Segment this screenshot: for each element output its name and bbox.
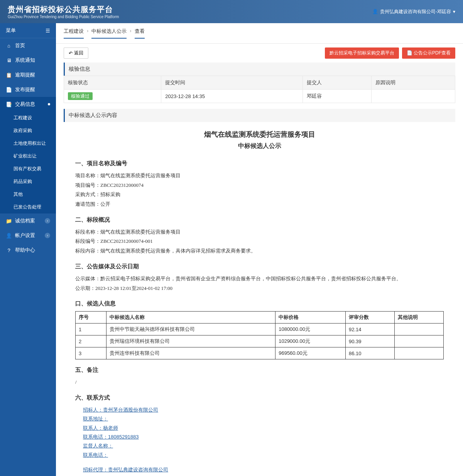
user-icon: 👤 bbox=[6, 232, 12, 239]
sidebar-sub-drug[interactable]: 药品采购 bbox=[0, 175, 56, 188]
section-2-title: 二、标段概况 bbox=[75, 216, 444, 224]
pdf-view-button[interactable]: 📄 公告公示PDF查看 bbox=[402, 47, 455, 59]
doc-subtitle: 中标候选人公示 bbox=[75, 142, 444, 150]
section-4-title: 口、候选人信息 bbox=[75, 300, 444, 307]
table-row: 1贵州中节能天融兴德环保科技有限公司1080000.00元92.14 bbox=[76, 324, 444, 335]
menu-toggle-icon[interactable]: ☰ bbox=[46, 28, 50, 34]
section-1-title: 一、项目名称及编号 bbox=[75, 160, 444, 167]
section-3-title: 三、公告媒体及公示日期 bbox=[75, 263, 444, 270]
doc-title: 烟气在线监测系统委托运营服务项目 bbox=[75, 130, 444, 139]
sidebar-item-notice[interactable]: 🖥系统通知 bbox=[0, 53, 56, 68]
verify-table: 核验状态 提交时间 提交人 原因说明 核验通过 2023-12-28 14:35… bbox=[64, 76, 455, 103]
table-row: 核验通过 2023-12-28 14:35 邓廷容 bbox=[64, 90, 455, 103]
back-button[interactable]: ↶返回 bbox=[64, 47, 88, 59]
user-icon: 👤 bbox=[372, 9, 378, 14]
section-6-title: 六、联系方式 bbox=[75, 394, 444, 401]
sidebar-sub-construction[interactable]: 工程建设 bbox=[0, 112, 56, 124]
main-content: 工程建设 › 中标候选人公示 › 查看 ↶返回 黔云招采电子招标采购交易平台 📄… bbox=[56, 23, 463, 476]
sidebar-item-credit[interactable]: 📁诚信档案› bbox=[0, 213, 56, 228]
sidebar-item-trade[interactable]: 📑交易信息 bbox=[0, 97, 56, 112]
content-section-title: 中标候选人公示内容 bbox=[64, 109, 455, 122]
section-5-title: 五、备注 bbox=[75, 366, 444, 374]
sidebar-menu-header: 菜单 ☰ bbox=[0, 23, 56, 38]
th-status: 核验状态 bbox=[64, 76, 161, 90]
sidebar-sub-mining[interactable]: 矿业权出让 bbox=[0, 150, 56, 163]
sidebar-sub-other[interactable]: 其他 bbox=[0, 188, 56, 201]
folder-icon: 📁 bbox=[6, 218, 12, 224]
sidebar-sub-published[interactable]: 已发公告处理 bbox=[0, 201, 56, 213]
status-badge: 核验通过 bbox=[68, 92, 93, 100]
platform-link-button[interactable]: 黔云招采电子招标采购交易平台 bbox=[325, 47, 399, 59]
home-icon: ⌂ bbox=[6, 42, 12, 49]
chevron-icon: › bbox=[45, 218, 50, 224]
sidebar-sub-gov[interactable]: 政府采购 bbox=[0, 124, 56, 137]
dropdown-icon: ▾ bbox=[453, 9, 455, 14]
sidebar-item-help[interactable]: ?帮助中心 bbox=[0, 243, 56, 257]
clock-icon: 📋 bbox=[6, 72, 12, 78]
app-title: 贵州省招标投标公共服务平台 bbox=[8, 4, 119, 15]
toolbar: ↶返回 黔云招采电子招标采购交易平台 📄 公告公示PDF查看 bbox=[56, 44, 463, 63]
verify-section-title: 核验信息 bbox=[64, 63, 455, 76]
user-info[interactable]: 👤 贵州弘典建设咨询有限公司-邓廷容 ▾ bbox=[372, 8, 455, 15]
agent-contact: 招标代理：贵州弘典建设咨询有限公司 联系地址：贵州省贵阳市观山湖区金阳南路6号（… bbox=[83, 465, 444, 476]
sidebar: 菜单 ☰ ⌂首页 🖥系统通知 📋逾期提醒 📄发布提醒 📑交易信息 工程建设 政府… bbox=[0, 23, 56, 476]
doc-icon: 📄 bbox=[6, 86, 12, 93]
th-reason: 原因说明 bbox=[372, 76, 455, 90]
chevron-icon: › bbox=[45, 233, 50, 238]
breadcrumb: 工程建设 › 中标候选人公示 › 查看 bbox=[56, 23, 463, 44]
sidebar-sub-land[interactable]: 土地使用权出让 bbox=[0, 137, 56, 150]
sidebar-item-publish[interactable]: 📄发布提醒 bbox=[0, 82, 56, 97]
header: 贵州省招标投标公共服务平台 GuiZhou Province Tendering… bbox=[0, 0, 463, 23]
sidebar-item-overdue[interactable]: 📋逾期提醒 bbox=[0, 68, 56, 82]
expand-dot-icon bbox=[48, 103, 50, 105]
table-row: 3贵州连华科技有限公司969560.00元86.10 bbox=[76, 347, 444, 359]
sidebar-sub-state[interactable]: 国有产权交易 bbox=[0, 163, 56, 175]
app-subtitle: GuiZhou Province Tendering and Bidding P… bbox=[8, 15, 119, 19]
breadcrumb-item: 查看 bbox=[135, 28, 145, 39]
sidebar-item-account[interactable]: 👤帐户设置› bbox=[0, 228, 56, 243]
breadcrumb-item[interactable]: 工程建设 bbox=[64, 28, 84, 39]
th-submitter: 提交人 bbox=[303, 76, 372, 90]
candidate-table: 序号 中标候选人名称 中标价格 评审分数 其他说明 1贵州中节能天融兴德环保科技… bbox=[75, 311, 444, 359]
copy-icon: 📑 bbox=[6, 101, 12, 107]
bidder-contact: 招标人：贵州茅台酒股份有限公司 联系地址： 联系人：杨老师 联系电话：18085… bbox=[83, 405, 444, 459]
table-row: 2贵州瑞信环境科技有限公司1029000.00元90.39 bbox=[76, 335, 444, 347]
monitor-icon: 🖥 bbox=[6, 57, 12, 63]
sidebar-item-home[interactable]: ⌂首页 bbox=[0, 38, 56, 53]
th-time: 提交时间 bbox=[161, 76, 303, 90]
pdf-icon: 📄 bbox=[407, 50, 412, 56]
back-arrow-icon: ↶ bbox=[69, 51, 73, 56]
breadcrumb-item[interactable]: 中标候选人公示 bbox=[91, 28, 127, 39]
help-icon: ? bbox=[6, 247, 12, 253]
